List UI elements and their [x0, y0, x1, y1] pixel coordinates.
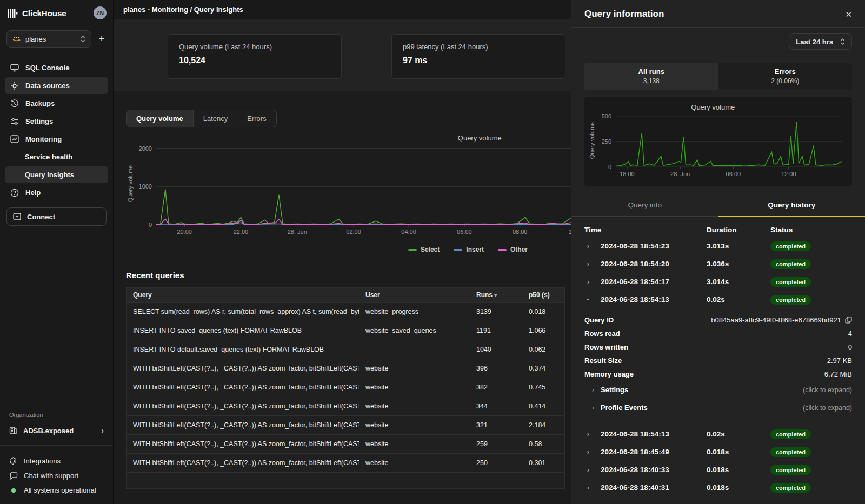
chat-support-label: Chat with support: [24, 472, 78, 480]
svg-text:18:00: 18:00: [620, 171, 635, 177]
legend-item-insert[interactable]: Insert: [454, 246, 484, 253]
run-time: 2024-06-28 18:40:33: [601, 466, 707, 474]
panel-tabs: Query info Query history: [571, 195, 865, 217]
add-service-button[interactable]: +: [97, 34, 107, 44]
table-row[interactable]: WITH bitShiftLeft(CAST(?..), _CAST(?..))…: [127, 378, 564, 397]
table-row[interactable]: SELECT sum(read_rows) AS r, sum(total_ro…: [127, 302, 564, 321]
svg-text:0: 0: [608, 164, 611, 170]
chevron-right-icon: ›: [584, 448, 592, 456]
table-row[interactable]: WITH bitShiftLeft(CAST(?..), _CAST(?..))…: [127, 453, 564, 472]
detail-row: Memory usage 6.72 MiB: [584, 367, 852, 381]
column-duration: Duration: [707, 226, 770, 234]
profile-events-expandable[interactable]: › Profile Events (click to expand): [584, 399, 852, 416]
sidebar-item-settings[interactable]: Settings: [5, 113, 108, 130]
settings-expandable[interactable]: › Settings (click to expand): [584, 381, 852, 399]
sidebar-item-monitoring[interactable]: Monitoring: [5, 131, 108, 147]
legend-item-other[interactable]: Other: [498, 246, 528, 253]
tab-query-volume[interactable]: Query volume: [127, 110, 194, 127]
sidebar-item-label: Backups: [25, 99, 55, 107]
stats-strip: Query volume (Last 24 hours) 10,524 p99 …: [114, 19, 571, 91]
table-row[interactable]: WITH bitShiftLeft(CAST(?..), _CAST(?..))…: [127, 359, 564, 378]
history-row[interactable]: › 2024-06-28 18:54:13 0.02s completed: [584, 425, 852, 443]
connect-label: Connect: [27, 213, 55, 221]
table-row[interactable]: WITH bitShiftLeft(CAST(?..), _CAST(?..))…: [127, 415, 564, 434]
detail-value: 6.72 MiB: [824, 370, 852, 378]
legend-swatch-icon: [498, 249, 507, 251]
tab-errors[interactable]: Errors: [237, 110, 276, 127]
svg-text:28. Jun: 28. Jun: [670, 171, 690, 177]
breadcrumb: planes - Monitoring / Query insights: [114, 0, 571, 19]
query-volume-chart-wrap: 01000200020:0022:0028. Jun02:0004:0006:0…: [126, 133, 571, 253]
svg-text:06:00: 06:00: [457, 229, 472, 235]
table-row-partial[interactable]: [127, 472, 564, 488]
tab-all-runs[interactable]: All runs 3,138: [584, 63, 718, 90]
column-user[interactable]: User: [359, 291, 470, 299]
table-row[interactable]: WITH bitShiftLeft(CAST(?..), _CAST(?..))…: [127, 434, 564, 453]
table-header-row: Query User Runs ▾ p50 (s): [127, 288, 564, 302]
history-row[interactable]: › 2024-06-28 18:40:31 0.018s completed: [584, 479, 852, 496]
run-time: 2024-06-28 18:54:20: [601, 260, 707, 268]
sidebar-item-service-health[interactable]: Service health: [5, 149, 108, 165]
run-time: 2024-06-28 18:54:17: [601, 278, 707, 286]
service-name: planes: [25, 35, 46, 43]
range-row: Last 24 hrs: [571, 28, 865, 50]
sidebar-item-query-insights[interactable]: Query insights: [5, 166, 108, 183]
svg-text:06:00: 06:00: [726, 171, 741, 177]
svg-text:0: 0: [149, 221, 152, 228]
legend-item-select[interactable]: Select: [408, 246, 440, 253]
history-row[interactable]: › 2024-06-28 18:45:49 0.018s completed: [584, 443, 852, 461]
run-time: 2024-06-28 18:54:13: [601, 430, 707, 438]
chevron-right-icon: ›: [584, 430, 592, 438]
tab-errors[interactable]: Errors 2 (0.06%): [718, 63, 853, 90]
divider: [0, 445, 113, 446]
svg-text:02:00: 02:00: [346, 229, 361, 235]
system-status-link[interactable]: All systems operational: [0, 483, 113, 498]
stat-card-p99-latency: p99 latency (Last 24 hours) 97 ms: [391, 34, 565, 79]
sidebar-item-data-sources[interactable]: Data sources: [5, 77, 108, 94]
tab-query-info[interactable]: Query info: [571, 195, 718, 216]
history-row[interactable]: › 2024-06-28 18:40:33 0.018s completed: [584, 461, 852, 479]
history-row[interactable]: › 2024-06-28 18:54:17 3.014s completed: [584, 273, 852, 291]
sidebar-item-label: SQL Console: [25, 64, 69, 72]
run-duration: 0.02s: [707, 430, 770, 438]
table-row[interactable]: WITH bitShiftLeft(CAST(?..), _CAST(?..))…: [127, 397, 564, 415]
service-select[interactable]: planes: [6, 30, 91, 48]
time-range-select[interactable]: Last 24 hrs: [789, 33, 852, 50]
history-row-expanded[interactable]: › 2024-06-28 18:54:13 0.02s completed: [584, 291, 852, 308]
detail-value: 4: [848, 330, 852, 338]
column-p50[interactable]: p50 (s): [522, 291, 565, 299]
sidebar-item-sql-console[interactable]: SQL Console: [5, 59, 108, 76]
svg-text:250: 250: [602, 138, 611, 145]
history-row[interactable]: › 2024-06-28 18:54:23 3.013s completed: [584, 237, 852, 255]
copy-icon[interactable]: [845, 317, 852, 324]
tab-query-history[interactable]: Query history: [718, 195, 865, 217]
status-badge: completed: [770, 241, 811, 251]
sidebar-item-help[interactable]: Help: [5, 184, 108, 201]
chevron-right-icon: ›: [584, 260, 592, 268]
legend-swatch-icon: [408, 249, 417, 251]
close-icon[interactable]: ✕: [845, 10, 852, 18]
chat-support-link[interactable]: Chat with support: [0, 468, 113, 483]
svg-text:2000: 2000: [139, 145, 152, 152]
svg-text:1000: 1000: [139, 183, 152, 190]
chevron-right-icon: ›: [584, 483, 592, 492]
sidebar-item-backups[interactable]: Backups: [5, 95, 108, 112]
expandable-label: Settings: [601, 386, 628, 394]
column-runs[interactable]: Runs ▾: [470, 291, 522, 299]
avatar[interactable]: ZN: [94, 6, 107, 19]
table-row[interactable]: INSERT INTO saved_queries (text) FORMAT …: [127, 321, 564, 340]
legend-label: Insert: [466, 246, 484, 253]
column-query[interactable]: Query: [127, 291, 359, 299]
organization-switcher[interactable]: ADSB.exposed ›: [0, 423, 113, 438]
history-row[interactable]: › 2024-06-28 18:54:20 3.036s completed: [584, 255, 852, 273]
table-row[interactable]: INSERT INTO default.saved_queries (text)…: [127, 340, 564, 359]
status-dot-icon: [11, 488, 16, 493]
legend-label: Other: [510, 246, 528, 253]
tab-latency[interactable]: Latency: [194, 110, 238, 127]
column-time: Time: [584, 226, 707, 234]
organization-name: ADSB.exposed: [23, 427, 74, 435]
tab-label: Errors: [718, 68, 853, 76]
integrations-link[interactable]: Integrations: [0, 454, 113, 468]
legend-label: Select: [421, 246, 440, 253]
connect-button[interactable]: Connect: [6, 207, 107, 226]
